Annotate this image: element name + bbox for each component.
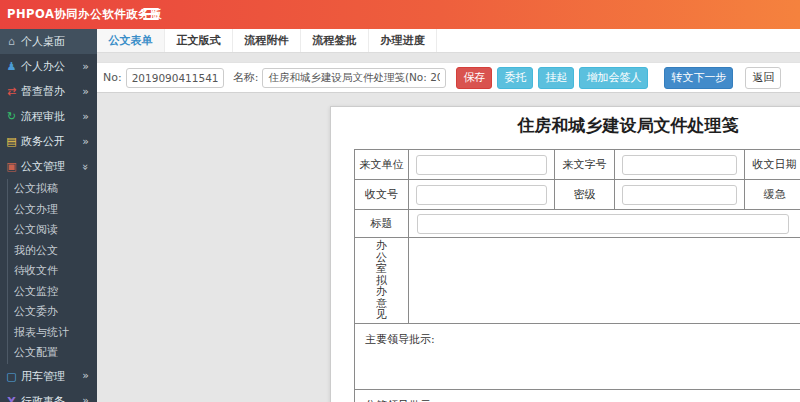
- tab-bar: 公文表单 正文版式 流程附件 流程签批 办理进度: [97, 29, 800, 53]
- sidebar-item-label: 个人桌面: [21, 34, 65, 49]
- chevron-icon: [82, 110, 89, 124]
- document-title: 住房和城乡建设局文件处理笺: [354, 115, 800, 135]
- table-row: 主要领导批示:: [355, 324, 800, 390]
- sidebar-item[interactable]: ⌂ 个人桌面: [0, 29, 97, 54]
- sidebar-item[interactable]: ♟ 个人办公: [0, 54, 97, 79]
- sidebar-submenu-doc-management: 公文拟稿公文办理公文阅读我的公文待收文件公文监控公文委办报表与统计公文配置: [7, 179, 97, 364]
- sidebar-subitem[interactable]: 公文监控: [8, 282, 97, 303]
- table-row: 来文单位 来文字号 收文日期: [355, 150, 800, 180]
- toolbar-button[interactable]: 委托: [497, 67, 533, 89]
- subject-label: 标题: [355, 210, 409, 238]
- secrecy-level-label: 密级: [555, 180, 615, 210]
- sidebar-subitem[interactable]: 我的公文: [8, 241, 97, 262]
- office-opinion-label: 办公室拟办意见: [355, 238, 409, 324]
- sidebar-item-icon: ⇄: [5, 85, 18, 98]
- urgency-label: 缓急: [745, 180, 800, 210]
- table-row: 办公室拟办意见: [355, 238, 800, 324]
- chevron-icon: [82, 60, 89, 74]
- chevron-icon: [82, 135, 89, 149]
- sidebar-item-icon: ♟: [5, 60, 18, 73]
- sidebar-item[interactable]: ⇄ 督查督办: [0, 79, 97, 104]
- sidebar-item-label: 流程审批: [21, 109, 65, 124]
- doc-ref-no-label: 来文字号: [555, 150, 615, 180]
- sidebar-item-icon: ▣: [5, 160, 18, 173]
- sidebar-item-label: 个人办公: [21, 59, 65, 74]
- sidebar: ⌂ 个人桌面 ♟ 个人办公 ⇄ 督查督办 ↻ 流程审批 ▤ 政务公开 ▣ 公文管…: [0, 29, 97, 402]
- toolbar-button[interactable]: 转文下一步: [664, 67, 733, 89]
- document-toolbar: No: 名称: 保存委托挂起增加会签人转文下一步返回: [97, 62, 800, 93]
- document-form-table: 来文单位 来文字号 收文日期 收文号 密级 缓急 标题: [354, 149, 800, 402]
- main-area: 公文表单 正文版式 流程附件 流程签批 办理进度 No: 名称: 保存委托挂起增…: [97, 29, 800, 402]
- main-leader-note-cell[interactable]: 主要领导批示:: [355, 324, 800, 390]
- sidebar-item-icon: ↻: [5, 110, 18, 123]
- sidebar-item-icon: Y: [5, 395, 18, 402]
- chevron-icon: [82, 394, 89, 402]
- sidebar-subitem[interactable]: 待收文件: [8, 261, 97, 282]
- from-unit-label: 来文单位: [355, 150, 409, 180]
- receive-no-label: 收文号: [355, 180, 409, 210]
- app-header: PHPOA协同办公软件政务版: [0, 0, 800, 29]
- toolbar-button[interactable]: 增加会签人: [579, 67, 648, 89]
- branch-leader-note-cell[interactable]: 分管领导批示:: [355, 390, 800, 402]
- sidebar-item-label: 公文管理: [21, 159, 65, 174]
- sidebar-item[interactable]: ↻ 流程审批: [0, 104, 97, 129]
- no-label: No:: [103, 71, 122, 84]
- document-paper: 住房和城乡建设局文件处理笺 来文单位 来文字号 收文日期 收文号: [330, 106, 800, 402]
- main-leader-note-label: 主要领导批示:: [365, 333, 435, 346]
- doc-no-input[interactable]: [126, 68, 224, 88]
- sidebar-item[interactable]: ▤ 政务公开: [0, 129, 97, 154]
- sidebar-item-label: 用车管理: [21, 369, 65, 384]
- table-row: 分管领导批示:: [355, 390, 800, 402]
- toolbar-button[interactable]: 挂起: [538, 67, 574, 89]
- sidebar-subitem[interactable]: 报表与统计: [8, 323, 97, 344]
- secrecy-level-input[interactable]: [622, 185, 737, 205]
- subject-input[interactable]: [417, 214, 789, 234]
- sidebar-item-label: 行政事务: [21, 394, 65, 402]
- sidebar-subitem[interactable]: 公文配置: [8, 343, 97, 364]
- sidebar-item-icon: ⌂: [5, 35, 18, 48]
- tab[interactable]: 流程附件: [233, 29, 301, 52]
- tab-label: 流程签批: [313, 33, 357, 48]
- sidebar-item[interactable]: ▢ 用车管理: [0, 364, 97, 389]
- toolbar-button[interactable]: 保存: [456, 67, 492, 89]
- tab[interactable]: 办理进度: [369, 29, 437, 52]
- receive-no-input[interactable]: [416, 185, 547, 205]
- sidebar-item-label: 政务公开: [21, 134, 65, 149]
- app-title: PHPOA协同办公软件政务版: [0, 7, 162, 22]
- chevron-icon: [82, 160, 89, 174]
- sidebar-subitem[interactable]: 公文委办: [8, 302, 97, 323]
- content-area: 住房和城乡建设局文件处理笺 来文单位 来文字号 收文日期 收文号: [97, 93, 800, 402]
- table-row: 标题: [355, 210, 800, 238]
- sidebar-item-label: 督查督办: [21, 84, 65, 99]
- chevron-icon: [82, 369, 89, 383]
- sidebar-item[interactable]: Y 行政事务: [0, 389, 97, 402]
- tab[interactable]: 公文表单: [97, 29, 165, 52]
- tab[interactable]: 正文版式: [165, 29, 233, 52]
- sidebar-subitem[interactable]: 公文办理: [8, 200, 97, 221]
- tab-label: 流程附件: [245, 33, 289, 48]
- from-unit-input[interactable]: [416, 155, 547, 175]
- tab-label: 正文版式: [177, 33, 221, 48]
- sidebar-item-icon: ▤: [5, 135, 18, 148]
- tab[interactable]: 流程签批: [301, 29, 369, 52]
- office-opinion-cell[interactable]: [409, 238, 800, 324]
- sidebar-subitem[interactable]: 公文拟稿: [8, 179, 97, 200]
- sidebar-item[interactable]: ▣ 公文管理: [0, 154, 97, 179]
- doc-name-input[interactable]: [262, 68, 446, 88]
- table-row: 收文号 密级 缓急: [355, 180, 800, 210]
- receive-date-label: 收文日期: [745, 150, 800, 180]
- chevron-icon: [82, 85, 89, 99]
- toolbar-button[interactable]: 返回: [745, 67, 781, 89]
- doc-ref-no-input[interactable]: [622, 155, 737, 175]
- hamburger-menu-icon[interactable]: [143, 8, 159, 21]
- tab-label: 公文表单: [109, 33, 153, 48]
- tab-label: 办理进度: [381, 33, 425, 48]
- sidebar-subitem[interactable]: 公文阅读: [8, 220, 97, 241]
- name-label: 名称:: [233, 70, 259, 85]
- sidebar-item-icon: ▢: [5, 370, 18, 383]
